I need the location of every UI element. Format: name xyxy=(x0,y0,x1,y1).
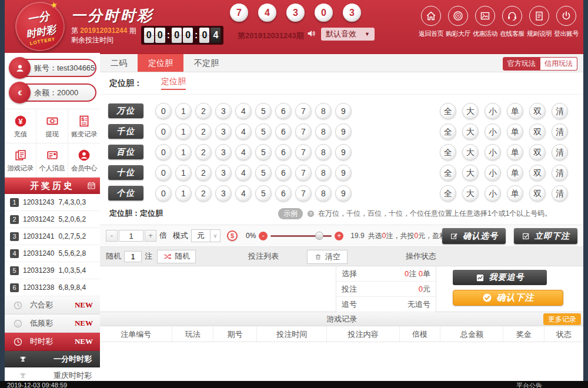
digit-ball-6[interactable]: 6 xyxy=(275,185,292,202)
quick-pick-全[interactable]: 全 xyxy=(440,144,456,160)
digit-ball-9[interactable]: 9 xyxy=(335,144,352,160)
play-mode-官方玩法[interactable]: 官方玩法 xyxy=(503,57,540,71)
nav-item-规则说明[interactable]: 规则说明 xyxy=(526,6,553,38)
play-mode-信用玩法[interactable]: 信用玩法 xyxy=(540,57,577,71)
confirm-pick-button[interactable]: 确认选号 xyxy=(442,228,506,244)
digit-ball-4[interactable]: 4 xyxy=(235,144,252,160)
quick-pick-全[interactable]: 全 xyxy=(440,185,456,202)
nav-item-登出账号[interactable]: 登出账号 xyxy=(553,6,580,38)
digit-ball-9[interactable]: 9 xyxy=(335,103,352,119)
quick-pick-大[interactable]: 大 xyxy=(462,185,479,202)
quick-pick-单[interactable]: 单 xyxy=(507,185,523,202)
digit-ball-1[interactable]: 1 xyxy=(175,165,192,181)
quick-pick-大[interactable]: 大 xyxy=(462,144,479,160)
digit-ball-3[interactable]: 3 xyxy=(215,144,232,160)
digit-ball-3[interactable]: 3 xyxy=(215,103,232,119)
digit-ball-7[interactable]: 7 xyxy=(295,103,312,119)
digit-ball-7[interactable]: 7 xyxy=(295,165,312,181)
quick-pick-小[interactable]: 小 xyxy=(485,144,501,160)
digit-ball-1[interactable]: 1 xyxy=(175,144,192,160)
tab-二码[interactable]: 二码 xyxy=(100,54,138,72)
digit-ball-2[interactable]: 2 xyxy=(195,144,212,160)
digit-ball-5[interactable]: 5 xyxy=(255,103,272,119)
rebate-plus-button[interactable]: + xyxy=(335,232,343,240)
digit-ball-4[interactable]: 4 xyxy=(235,103,252,119)
quick-action-提现[interactable]: 提现 xyxy=(36,109,68,143)
digit-ball-9[interactable]: 9 xyxy=(335,123,352,140)
chase-number-button[interactable]: 我要追号 xyxy=(453,270,547,285)
quick-pick-清[interactable]: 清 xyxy=(552,165,568,181)
quick-action-账变记录[interactable]: $账变记录 xyxy=(68,109,100,143)
menu-item-低频彩[interactable]: 低频彩NEW xyxy=(5,315,100,333)
menu-item-时时彩[interactable]: 时时彩NEW xyxy=(5,333,100,351)
quick-action-会员中心[interactable]: 会员中心 xyxy=(68,143,100,178)
quick-pick-清[interactable]: 清 xyxy=(552,185,568,202)
multiplier-input[interactable] xyxy=(119,230,143,242)
more-records-button[interactable]: 更多记录 xyxy=(543,313,581,325)
digit-ball-0[interactable]: 0 xyxy=(155,185,172,202)
digit-ball-6[interactable]: 6 xyxy=(275,103,292,119)
digit-ball-3[interactable]: 3 xyxy=(215,123,232,140)
rebate-minus-button[interactable]: - xyxy=(259,232,268,240)
multiplier-minus-button[interactable]: - xyxy=(106,230,118,242)
digit-ball-5[interactable]: 5 xyxy=(255,185,272,202)
example-badge[interactable]: 示例 xyxy=(278,208,303,219)
quick-pick-清[interactable]: 清 xyxy=(552,144,568,160)
digit-ball-4[interactable]: 4 xyxy=(235,185,252,202)
digit-ball-9[interactable]: 9 xyxy=(335,185,352,202)
nav-item-返回首页[interactable]: 返回首页 xyxy=(417,6,445,38)
digit-ball-9[interactable]: 9 xyxy=(335,165,352,181)
quick-pick-单[interactable]: 单 xyxy=(507,165,523,181)
submenu-item-一分时时彩[interactable]: 一分时时彩 xyxy=(5,351,100,367)
digit-ball-2[interactable]: 2 xyxy=(195,185,212,202)
digit-ball-6[interactable]: 6 xyxy=(275,123,292,140)
quick-pick-双[interactable]: 双 xyxy=(529,185,546,202)
quick-action-游戏记录[interactable]: 游戏记录 xyxy=(5,143,36,178)
digit-ball-1[interactable]: 1 xyxy=(175,185,192,202)
clear-button[interactable]: 清空 xyxy=(307,250,348,264)
quick-pick-双[interactable]: 双 xyxy=(529,103,546,119)
digit-ball-2[interactable]: 2 xyxy=(195,123,212,140)
digit-ball-0[interactable]: 0 xyxy=(155,123,172,140)
digit-ball-8[interactable]: 8 xyxy=(315,103,332,119)
digit-ball-4[interactable]: 4 xyxy=(235,165,252,181)
random-count-input[interactable] xyxy=(124,251,142,262)
nav-item-购彩大厅[interactable]: 购彩大厅 xyxy=(445,6,472,38)
digit-ball-3[interactable]: 3 xyxy=(215,185,232,202)
digit-ball-8[interactable]: 8 xyxy=(315,185,332,202)
unit-select[interactable]: 元 ∨ xyxy=(191,229,220,242)
digit-ball-6[interactable]: 6 xyxy=(275,165,292,181)
quick-action-个人消息[interactable]: 个人消息 xyxy=(36,143,68,178)
digit-ball-2[interactable]: 2 xyxy=(195,165,212,181)
quick-pick-清[interactable]: 清 xyxy=(552,123,568,140)
menu-item-六合彩[interactable]: 六合彩NEW xyxy=(5,296,100,315)
quick-pick-全[interactable]: 全 xyxy=(440,123,456,140)
digit-ball-5[interactable]: 5 xyxy=(255,165,272,181)
quick-pick-小[interactable]: 小 xyxy=(485,103,501,119)
rebate-slider[interactable] xyxy=(270,235,332,237)
quick-pick-全[interactable]: 全 xyxy=(440,165,456,181)
nav-item-优惠活动[interactable]: 优惠活动 xyxy=(472,6,499,38)
digit-ball-7[interactable]: 7 xyxy=(295,123,312,140)
quick-pick-双[interactable]: 双 xyxy=(529,165,546,181)
nav-item-在线客服[interactable]: 在线客服 xyxy=(499,6,526,38)
digit-ball-2[interactable]: 2 xyxy=(195,103,212,119)
quick-pick-小[interactable]: 小 xyxy=(485,123,501,140)
digit-ball-4[interactable]: 4 xyxy=(235,123,252,140)
subnav-link-dingweidan[interactable]: 定位胆 xyxy=(161,76,186,90)
digit-ball-8[interactable]: 8 xyxy=(315,144,332,160)
confirm-bet-button[interactable]: 确认下注 xyxy=(453,290,563,306)
quick-pick-单[interactable]: 单 xyxy=(507,144,523,160)
quick-pick-双[interactable]: 双 xyxy=(529,144,546,160)
quick-pick-清[interactable]: 清 xyxy=(552,103,568,119)
digit-ball-5[interactable]: 5 xyxy=(255,123,272,140)
digit-ball-1[interactable]: 1 xyxy=(175,123,192,140)
digit-ball-7[interactable]: 7 xyxy=(295,185,312,202)
quick-pick-单[interactable]: 单 xyxy=(507,103,523,119)
tab-不定胆[interactable]: 不定胆 xyxy=(183,54,229,72)
quick-pick-双[interactable]: 双 xyxy=(529,123,546,140)
digit-ball-5[interactable]: 5 xyxy=(255,144,272,160)
quick-pick-单[interactable]: 单 xyxy=(507,123,523,140)
quick-pick-小[interactable]: 小 xyxy=(485,165,501,181)
tab-定位胆[interactable]: 定位胆 xyxy=(138,54,183,72)
